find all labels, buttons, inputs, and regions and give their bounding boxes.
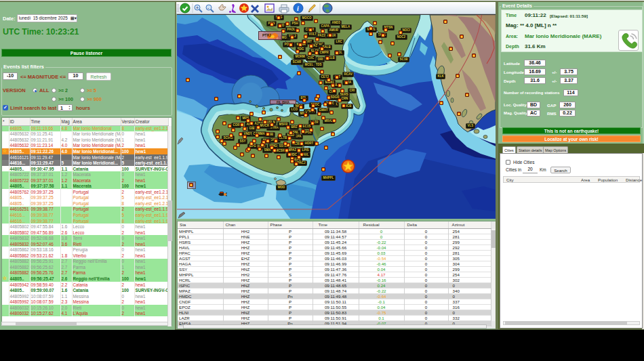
svg-text:i: i bbox=[297, 5, 299, 12]
svg-text:+: + bbox=[196, 5, 199, 10]
